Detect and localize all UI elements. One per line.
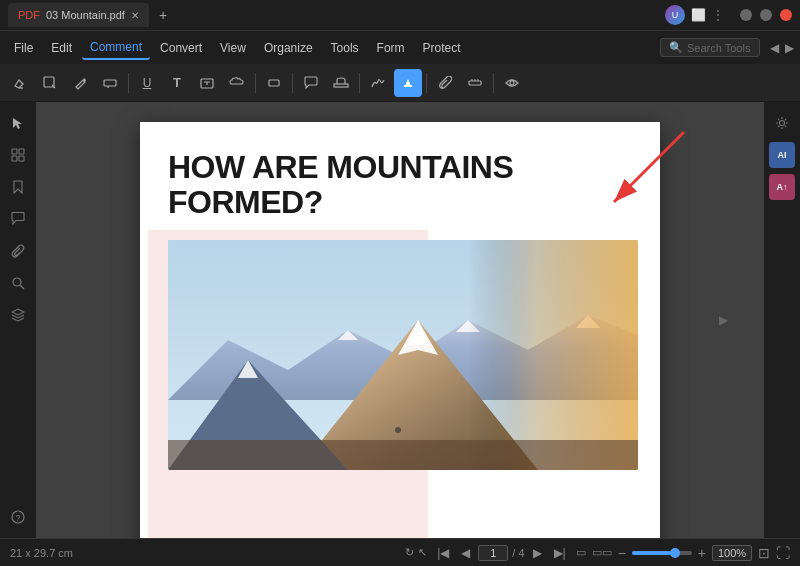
signature-tool-button[interactable] — [364, 69, 392, 97]
zoom-slider[interactable] — [632, 551, 692, 555]
menu-icon[interactable]: ⋮ — [712, 8, 724, 22]
zoom-value-display[interactable]: 100% — [712, 545, 752, 561]
right-panel: AI A↑ — [764, 102, 800, 538]
fit-page-button[interactable]: ⊡ — [758, 545, 770, 561]
pdf-icon: PDF — [18, 9, 40, 21]
attachment-tool-button[interactable] — [431, 69, 459, 97]
underline-tool-button[interactable]: U — [133, 69, 161, 97]
menu-protect[interactable]: Protect — [415, 37, 469, 59]
search-label: Search Tools — [687, 42, 750, 54]
sidebar-comments-button[interactable] — [5, 206, 31, 232]
back-nav-icon[interactable]: ◀ — [770, 41, 779, 55]
toolbar-sep-2 — [255, 73, 256, 93]
avatar[interactable]: U — [665, 5, 685, 25]
next-page-button[interactable]: ▶ — [529, 544, 546, 562]
comment-tool-button[interactable] — [297, 69, 325, 97]
sticky-note-button[interactable] — [36, 69, 64, 97]
pdf-image-container — [168, 240, 632, 470]
cloud-callout-button[interactable] — [223, 69, 251, 97]
close-button[interactable]: ✕ — [780, 9, 792, 21]
sidebar-attachments-button[interactable] — [5, 238, 31, 264]
sidebar-bookmarks-button[interactable] — [5, 174, 31, 200]
menu-form[interactable]: Form — [369, 37, 413, 59]
search-icon: 🔍 — [669, 41, 683, 54]
sidebar-search-button[interactable] — [5, 270, 31, 296]
page-navigation: |◀ ◀ / 4 ▶ ▶| — [433, 544, 569, 562]
sidebar-layers-button[interactable] — [5, 302, 31, 328]
ai-assistant-button[interactable]: AI — [769, 142, 795, 168]
fullscreen-button[interactable]: ⛶ — [776, 545, 790, 561]
stamp-icon — [333, 76, 349, 90]
ai-write-button[interactable]: A↑ — [769, 174, 795, 200]
measure-icon — [468, 76, 482, 90]
single-page-icon[interactable]: ▭ — [576, 546, 586, 559]
pointer-icon[interactable]: ↖ — [418, 546, 427, 559]
minimize-button[interactable]: ─ — [740, 9, 752, 21]
layers-icon — [11, 308, 25, 322]
svg-point-6 — [510, 81, 514, 85]
menu-file[interactable]: File — [6, 37, 41, 59]
textbox-tool-button[interactable] — [193, 69, 221, 97]
mountain-image — [168, 240, 638, 470]
page-number-input[interactable] — [478, 545, 508, 561]
document-tab[interactable]: PDF 03 Mountain.pdf ✕ — [8, 3, 149, 27]
shape-tool-button[interactable] — [260, 69, 288, 97]
eraser-tool-button[interactable] — [6, 69, 34, 97]
textbox-icon — [200, 76, 214, 90]
scroll-right-arrow[interactable]: ▶ — [719, 313, 728, 327]
zoom-slider-container[interactable] — [632, 551, 692, 555]
toolbar-sep-4 — [359, 73, 360, 93]
nav-icons-area: ↻ ↖ — [405, 546, 427, 559]
sidebar-thumbnails-button[interactable] — [5, 142, 31, 168]
last-page-button[interactable]: ▶| — [550, 544, 570, 562]
highlight-tool-button[interactable] — [394, 69, 422, 97]
first-page-button[interactable]: |◀ — [433, 544, 453, 562]
tab-title: 03 Mountain.pdf — [46, 9, 125, 21]
svg-rect-24 — [468, 240, 638, 470]
measure-tool-button[interactable] — [461, 69, 489, 97]
eye-tool-button[interactable] — [498, 69, 526, 97]
cloud-callout-icon — [229, 76, 245, 90]
svg-point-26 — [395, 427, 401, 433]
pen-icon — [73, 76, 87, 90]
pdf-document-title: HOW ARE MOUNTAINS FORMED? — [140, 122, 660, 240]
two-page-icon[interactable]: ▭▭ — [592, 546, 612, 559]
menu-organize[interactable]: Organize — [256, 37, 321, 59]
new-tab-button[interactable]: + — [159, 7, 167, 23]
zoom-knob[interactable] — [670, 548, 680, 558]
prev-page-button[interactable]: ◀ — [457, 544, 474, 562]
rotate-icon[interactable]: ↻ — [405, 546, 414, 559]
menu-view[interactable]: View — [212, 37, 254, 59]
comment-icon — [304, 76, 318, 90]
svg-rect-9 — [12, 156, 17, 161]
comments-panel-icon — [11, 212, 25, 226]
text-icon: T — [173, 75, 181, 90]
panel-icon[interactable]: ⬜ — [691, 8, 706, 22]
toolbar-sep-1 — [128, 73, 129, 93]
text-tool-button[interactable]: T — [163, 69, 191, 97]
menu-comment[interactable]: Comment — [82, 36, 150, 60]
eye-icon — [505, 76, 519, 90]
zoom-in-button[interactable]: + — [698, 545, 706, 561]
properties-panel-button[interactable] — [769, 110, 795, 136]
pen-tool-button[interactable] — [66, 69, 94, 97]
pdf-viewer[interactable]: HOW ARE MOUNTAINS FORMED? — [36, 102, 764, 538]
highlight-icon — [401, 76, 415, 90]
maximize-button[interactable]: □ — [760, 9, 772, 21]
zoom-out-button[interactable]: − — [618, 545, 626, 561]
pdf-page: HOW ARE MOUNTAINS FORMED? — [140, 122, 660, 538]
page-separator: / 4 — [512, 547, 524, 559]
stamp-tool-button[interactable] — [327, 69, 355, 97]
sidebar-help-button[interactable]: ? — [5, 504, 31, 530]
menu-edit[interactable]: Edit — [43, 37, 80, 59]
sidebar-cursor-button[interactable] — [5, 110, 31, 136]
attachments-icon — [11, 244, 25, 258]
eraser2-tool-button[interactable] — [96, 69, 124, 97]
search-tools[interactable]: 🔍 Search Tools — [660, 38, 760, 57]
menu-tools[interactable]: Tools — [323, 37, 367, 59]
forward-nav-icon[interactable]: ▶ — [785, 41, 794, 55]
svg-rect-8 — [19, 149, 24, 154]
menu-convert[interactable]: Convert — [152, 37, 210, 59]
eraser2-icon — [103, 76, 117, 90]
tab-close-button[interactable]: ✕ — [131, 10, 139, 21]
